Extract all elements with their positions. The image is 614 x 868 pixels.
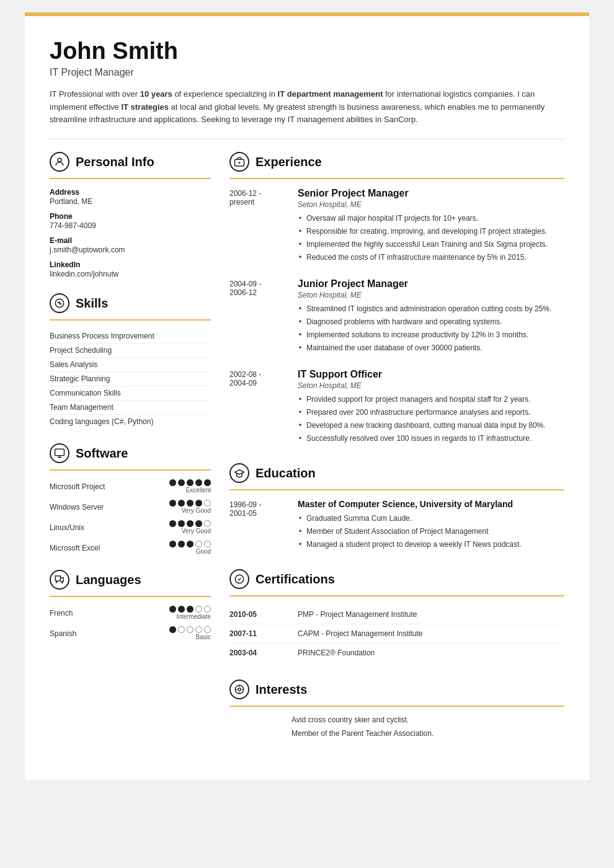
lang-level: Basic <box>196 634 211 640</box>
education-divider <box>229 489 564 490</box>
interest-item-1: Avid cross country skier and cyclist. <box>229 715 564 724</box>
email-label: E-mail <box>50 236 211 245</box>
software-dots <box>169 541 211 547</box>
lang-dots <box>169 626 211 633</box>
dot <box>178 500 185 507</box>
software-item-microsoft-project: Microsoft Project Excellent <box>50 479 211 494</box>
svg-rect-2 <box>55 449 65 456</box>
exp-company: Seton Hospital, ME <box>298 200 564 209</box>
skills-heading: Skills <box>50 293 211 313</box>
lang-name: French <box>50 609 99 618</box>
software-level: Good <box>196 548 211 555</box>
bullet-item: Maintained the user database of over 300… <box>298 342 564 353</box>
software-dots <box>169 479 211 486</box>
personal-info-divider <box>50 178 211 179</box>
software-dots <box>169 500 211 507</box>
lang-rating: Basic <box>169 626 211 640</box>
skills-divider <box>50 319 211 321</box>
software-name: Microsoft Project <box>50 482 118 491</box>
certifications-section: Certifications 2010-05 PMP - Project Man… <box>229 569 564 662</box>
software-item-microsoft-excel: Microsoft Excel Good <box>50 541 211 555</box>
exp-bullets: Streamlined IT logistics and administrat… <box>298 303 564 353</box>
cert-date: 2007-11 <box>229 629 285 638</box>
personal-info-title: Personal Info <box>76 155 154 169</box>
lang-rating: Intermediate <box>169 606 211 620</box>
skill-item: Coding languages (C#, Python) <box>50 415 211 428</box>
software-name: Windows Server <box>50 503 118 512</box>
education-section: Education 1996-09 -2001-05 Master of Com… <box>229 463 564 552</box>
interests-icon <box>229 680 249 699</box>
bullet-item: Developed a new tracking dashboard, cutt… <box>298 420 564 431</box>
software-name: Linux/Unix <box>50 523 118 532</box>
exp-company: Seton Hospital, ME <box>298 381 564 390</box>
experience-entry-3: 2002-08 -2004-09 IT Support Officer Seto… <box>229 369 564 446</box>
software-icon <box>50 443 69 463</box>
skill-item: Team Management <box>50 401 211 415</box>
svg-point-11 <box>238 688 241 691</box>
personal-info-heading: Personal Info <box>50 152 211 172</box>
experience-title: Experience <box>256 155 322 169</box>
bullet-item: Oversaw all major hospital IT projects f… <box>298 213 564 224</box>
linkedin-value: linkedin.com/johnutw <box>50 270 211 278</box>
software-rating: Very Good <box>169 500 211 514</box>
certifications-icon <box>229 569 249 589</box>
cert-entry-2: 2007-11 CAPM - Project Management Instit… <box>229 624 564 644</box>
edu-content: Master of Computer Science, University o… <box>298 499 564 552</box>
cert-date: 2010-05 <box>229 610 285 619</box>
dot <box>204 541 211 547</box>
software-item-windows-server: Windows Server Very Good <box>50 500 211 514</box>
exp-content: Junior Project Manager Seton Hospital, M… <box>298 278 564 355</box>
dot <box>178 541 185 547</box>
exp-dates: 2002-08 -2004-09 <box>229 369 285 446</box>
interests-heading: Interests <box>229 680 564 699</box>
certifications-divider <box>229 595 564 596</box>
language-item-french: French Intermediate <box>50 606 211 620</box>
education-entry-1: 1996-09 -2001-05 Master of Computer Scie… <box>229 499 564 552</box>
dot <box>195 479 202 486</box>
exp-dates: 2006-12 -present <box>229 188 285 265</box>
education-title: Education <box>256 466 316 480</box>
dot <box>178 626 185 633</box>
svg-marker-5 <box>55 576 60 583</box>
bullet-item: Diagnosed problems with hardware and ope… <box>298 316 564 327</box>
header-summary: IT Professional with over 10 years of ex… <box>50 88 564 140</box>
exp-job-title: Senior Project Manager <box>298 188 564 199</box>
software-rating: Excellent <box>169 479 211 494</box>
experience-heading: Experience <box>229 152 564 172</box>
dot <box>169 479 176 486</box>
software-heading: Software <box>50 443 211 463</box>
education-heading: Education <box>229 463 564 483</box>
dot <box>178 479 185 486</box>
cert-date: 2003-04 <box>229 649 285 657</box>
skill-item: Sales Analysis <box>50 358 211 372</box>
email-value: j.smith@uptowork.com <box>50 246 211 254</box>
dot <box>195 606 202 613</box>
experience-entry-1: 2006-12 -present Senior Project Manager … <box>229 188 564 265</box>
cert-entry-1: 2010-05 PMP - Project Management Institu… <box>229 605 564 624</box>
dot <box>204 520 211 527</box>
cert-name: PRINCE2® Foundation <box>298 649 375 657</box>
resume-page: John Smith IT Project Manager IT Profess… <box>25 12 589 780</box>
dot <box>187 520 194 527</box>
dot <box>195 500 202 507</box>
skills-title: Skills <box>76 296 108 311</box>
software-divider <box>50 469 211 471</box>
dot <box>178 520 185 527</box>
address-label: Address <box>50 188 211 197</box>
languages-section: Languages French Intermediate <box>50 570 211 640</box>
candidate-name: John Smith <box>50 38 564 64</box>
dot <box>187 479 194 486</box>
dot <box>204 500 211 507</box>
dot <box>204 626 211 633</box>
address-value: Portland, ME <box>50 197 211 206</box>
exp-content: Senior Project Manager Seton Hospital, M… <box>298 188 564 265</box>
lang-dots <box>169 606 211 613</box>
personal-info-fields: Address Portland, ME Phone 774-987-4009 … <box>50 188 211 278</box>
phone-value: 774-987-4009 <box>50 221 211 230</box>
dot <box>187 500 194 507</box>
experience-entry-2: 2004-09 -2006-12 Junior Project Manager … <box>229 278 564 355</box>
languages-divider <box>50 596 211 597</box>
edu-degree: Master of Computer Science, University o… <box>298 499 564 509</box>
experience-icon <box>229 152 249 172</box>
lang-name: Spanish <box>50 629 99 638</box>
